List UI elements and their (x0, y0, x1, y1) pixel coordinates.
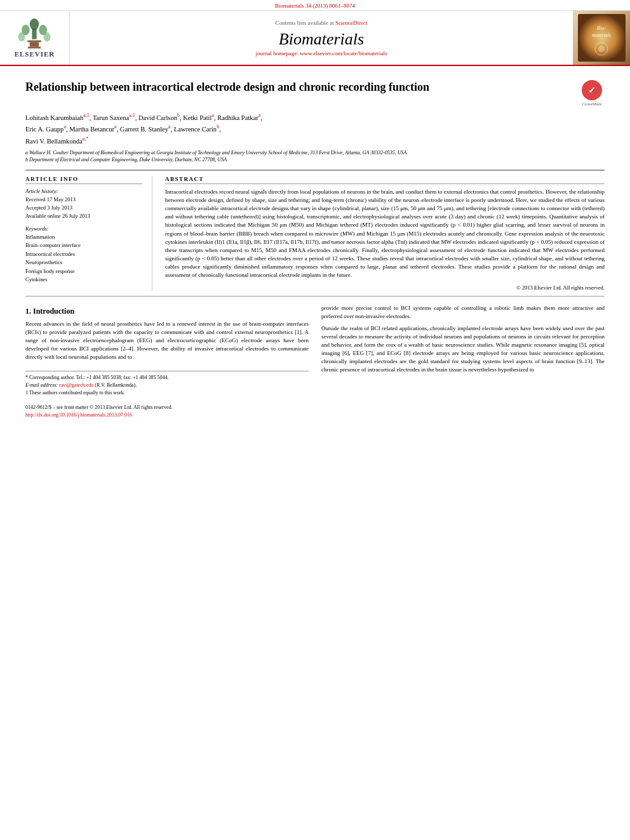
footnote-corresponding: * Corresponding author. Tel.: +1 404 385… (25, 374, 309, 382)
main-content: Relationship between intracortical elect… (0, 66, 630, 427)
svg-rect-9 (28, 46, 41, 48)
sciencedirect-prefix: Contents lists available at (276, 20, 334, 26)
affiliations: a Wallace H. Coulter Department of Biome… (25, 149, 605, 163)
authors: Lohitash Karumbaiaha,1, Tarun Saxenaa,1,… (25, 112, 605, 147)
journal-name: Biomaterials (279, 30, 364, 49)
introduction-section: 1. Introduction Recent advances in the f… (25, 304, 605, 419)
abstract-label: ABSTRACT (165, 176, 204, 182)
keywords-list: Inflammation Brain–computer interface In… (25, 233, 142, 285)
keyword-2: Brain–computer interface (25, 241, 142, 250)
footnote-section: * Corresponding author. Tel.: +1 404 385… (25, 371, 309, 419)
crossmark-text: CrossMark (582, 102, 601, 107)
intro-right-column: provide more precise control to BCI syst… (321, 304, 605, 419)
accepted-date: Accepted 3 July 2013 (25, 204, 142, 212)
keywords-label: Keywords: (25, 225, 142, 232)
online-date: Available online 26 July 2013 (25, 212, 142, 220)
journal-header-center: Contents lists available at ScienceDirec… (70, 11, 573, 65)
article-info-heading: ARTICLE INFO (25, 176, 142, 184)
intro-right-paragraph-2: Outside the realm of BCI related applica… (321, 324, 605, 374)
section-title: Introduction (33, 307, 74, 316)
keyword-4: Neuroprosthetics (25, 258, 142, 267)
crossmark-icon: ✓ (582, 80, 602, 100)
journal-homepage: journal homepage: www.elsevier.com/locat… (256, 50, 387, 57)
abstract-column: ABSTRACT Intracortical electrodes record… (165, 176, 605, 291)
abstract-text: Intracortical electrodes record neural s… (165, 188, 605, 279)
keyword-5: Foreign body response (25, 267, 142, 276)
svg-point-5 (18, 32, 25, 41)
svg-rect-7 (28, 40, 42, 42)
article-dates: Received 17 May 2013 Accepted 3 July 201… (25, 196, 142, 220)
svg-point-1 (30, 18, 39, 30)
copyright-line: © 2013 Elsevier Ltd. All rights reserved… (165, 284, 605, 291)
footnote-email-link[interactable]: ravi@gatech.edu (59, 382, 93, 388)
intro-left-paragraph: Recent advances in the field of neural p… (25, 320, 309, 361)
keyword-6: Cytokines (25, 276, 142, 284)
elsevier-logo: ELSEVIER (15, 18, 55, 58)
svg-point-6 (44, 32, 51, 41)
footnote-equal: 1 These authors contributed equally to t… (25, 389, 309, 397)
abstract-heading: ABSTRACT (165, 176, 605, 184)
svg-point-14 (598, 46, 605, 52)
biomaterials-logo-image: Bio- materials (578, 14, 626, 62)
page: Biomaterials 34 (2013) 8061–8074 (0, 0, 630, 427)
received-date: Received 17 May 2013 (25, 196, 142, 204)
svg-text:materials: materials (591, 32, 610, 38)
article-title-section: Relationship between intracortical elect… (25, 74, 605, 107)
svg-text:Bio-: Bio- (597, 25, 606, 31)
journal-logo-right: Bio- materials (573, 11, 630, 65)
article-info-label: ARTICLE INFO (25, 176, 78, 182)
elsevier-logo-section: ELSEVIER (0, 11, 70, 65)
elsevier-tree-icon (15, 18, 53, 50)
intro-right-paragraph-1: provide more precise control to BCI syst… (321, 304, 605, 321)
intro-left-column: 1. Introduction Recent advances in the f… (25, 304, 309, 419)
sciencedirect-line: Contents lists available at ScienceDirec… (276, 20, 368, 26)
section-heading-intro: 1. Introduction (25, 307, 309, 316)
footnote-doi: http://dx.doi.org/10.1016/j.biomaterials… (25, 411, 309, 419)
history-label: Article history: (25, 188, 142, 194)
affiliation-b: b Department of Electrical and Computer … (25, 156, 605, 163)
footnote-email: E-mail address: ravi@gatech.edu (R.V. Be… (25, 382, 309, 389)
journal-citation: Biomaterials 34 (2013) 8061–8074 (275, 3, 355, 9)
svg-rect-2 (32, 29, 37, 39)
elsevier-text: ELSEVIER (15, 50, 55, 58)
affiliation-a: a Wallace H. Coulter Department of Biome… (25, 149, 605, 156)
section-number: 1. (25, 307, 31, 316)
article-info-abstract-section: ARTICLE INFO Article history: Received 1… (25, 170, 605, 297)
keyword-3: Intracortical electrodes (25, 250, 142, 259)
svg-rect-8 (30, 42, 39, 46)
article-info-column: ARTICLE INFO Article history: Received 1… (25, 176, 152, 291)
journal-header: ELSEVIER Contents lists available at Sci… (0, 11, 630, 66)
keyword-1: Inflammation (25, 233, 142, 242)
crossmark-logo: ✓ CrossMark (579, 80, 605, 107)
footnote-issn: 0142-9612/$ – see front matter © 2013 El… (25, 404, 309, 411)
article-title: Relationship between intracortical elect… (25, 80, 573, 95)
doi-link[interactable]: http://dx.doi.org/10.1016/j.biomaterials… (25, 412, 132, 418)
journal-top-bar: Biomaterials 34 (2013) 8061–8074 (0, 0, 630, 11)
sciencedirect-link[interactable]: ScienceDirect (335, 20, 367, 26)
